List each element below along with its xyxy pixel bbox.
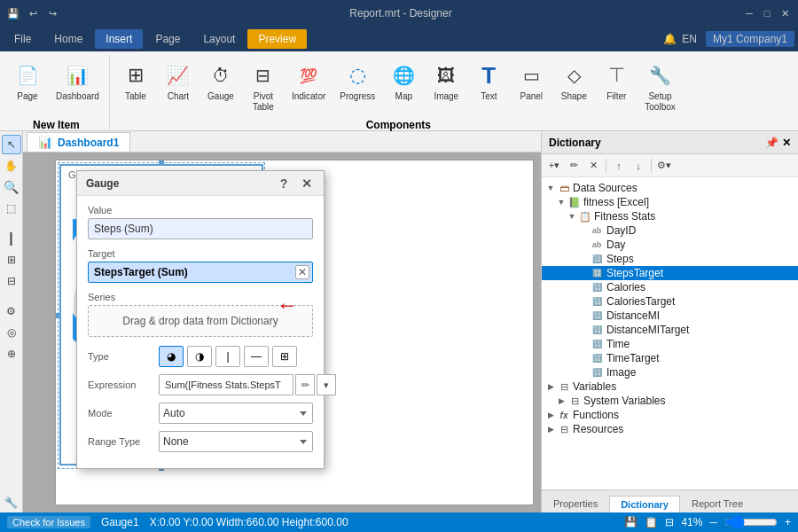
sidebar-tool-settings[interactable]: ⚙ <box>2 301 21 321</box>
ribbon-btn-table[interactable]: ⊞ Table <box>115 57 156 106</box>
canvas-tab-dashboard1[interactable]: 📊 Dashboard1 <box>27 132 130 152</box>
status-icon-1[interactable]: 💾 <box>624 516 638 528</box>
tree-item-steps-target[interactable]: ▶ 🔢 StepsTarget <box>542 266 798 280</box>
main-area: ↖ ✋ 🔍 ⬚ | ⊞ ⊟ ⚙ ◎ ⊕ 🔧 📊 Dashboard1 <box>0 131 798 512</box>
steps-icon: 🔢 <box>590 253 604 265</box>
dict-settings-button[interactable]: ⚙▾ <box>655 157 673 175</box>
series-drop-area[interactable]: Drag & drop data from Dictionary <box>88 305 313 337</box>
ribbon-btn-text[interactable]: T Text <box>468 57 509 106</box>
tree-item-calories[interactable]: ▶ 🔢 Calories <box>542 280 798 294</box>
target-input[interactable] <box>88 262 313 283</box>
ribbon-btn-map[interactable]: 🌐 Map <box>383 57 424 106</box>
sidebar-tool-ruler[interactable]: | <box>2 229 21 248</box>
tree-item-fitness-excel[interactable]: ▼ 📗 fitness [Excel] <box>542 195 798 209</box>
sidebar-tool-anchor[interactable]: ⊕ <box>2 344 21 364</box>
ribbon-btn-chart[interactable]: 📈 Chart <box>158 57 199 106</box>
ribbon-btn-indicator[interactable]: 💯 Indicator <box>286 57 332 106</box>
language-selector[interactable]: EN <box>682 33 697 45</box>
dictionary-header: Dictionary 📌 ✕ <box>542 131 798 154</box>
expression-dropdown-button[interactable]: ▾ <box>317 374 336 395</box>
gauge-dialog[interactable]: Gauge ? ✕ Value <box>76 170 325 469</box>
gauge-close-button[interactable]: ✕ <box>299 176 315 192</box>
check-issues-button[interactable]: Check for Issues <box>7 516 90 528</box>
ribbon-btn-panel[interactable]: ▭ Panel <box>511 57 552 106</box>
ribbon-btn-image[interactable]: 🖼 Image <box>426 57 466 106</box>
tree-item-time[interactable]: ▶ 🔢 Time <box>542 337 798 351</box>
menu-home[interactable]: Home <box>43 29 93 49</box>
type-btn-half-circle[interactable]: ◑ <box>187 346 212 367</box>
tree-item-distance-mi-target[interactable]: ▶ 🔢 DistanceMITarget <box>542 323 798 337</box>
ribbon-btn-pivot-table[interactable]: ⊟ PivotTable <box>243 57 284 117</box>
ribbon-btn-progress[interactable]: ◌ Progress <box>333 57 381 106</box>
target-clear-button[interactable]: ✕ <box>295 265 309 279</box>
ribbon-btn-setup-toolbox[interactable]: 🔧 SetupToolbox <box>638 57 681 117</box>
ribbon-btn-filter[interactable]: ⊤ Filter <box>596 57 637 106</box>
menu-page[interactable]: Page <box>145 29 191 49</box>
tab-report-tree[interactable]: Report Tree <box>680 495 755 512</box>
tree-item-variables[interactable]: ▶ ⊟ Variables <box>542 379 798 394</box>
tree-item-day[interactable]: ▶ ab Day <box>542 238 798 252</box>
menu-file[interactable]: File <box>4 29 42 49</box>
dict-edit-button[interactable]: ✏ <box>565 157 583 175</box>
ribbon-btn-dashboard[interactable]: 📊 Dashboard <box>50 57 106 106</box>
pin-icon[interactable]: 📌 <box>765 137 778 149</box>
tree-item-fitness-stats[interactable]: ▼ 📋 Fitness Stats <box>542 209 798 223</box>
ribbon-btn-shape[interactable]: ◇ Shape <box>553 57 594 106</box>
zoom-slider[interactable] <box>724 515 778 529</box>
dict-down-button[interactable]: ↓ <box>630 157 647 175</box>
redo-button[interactable]: ↪ <box>46 7 59 20</box>
tree-item-distance-mi[interactable]: ▶ 🔢 DistanceMI <box>542 309 798 323</box>
tree-item-calories-target[interactable]: ▶ 🔢 CaloriesTarget <box>542 294 798 309</box>
menu-preview[interactable]: Preview <box>247 29 307 49</box>
tree-item-resources[interactable]: ▶ ⊟ Resources <box>542 422 798 436</box>
mode-select[interactable]: Auto <box>159 403 313 424</box>
ribbon-btn-page[interactable]: 📄 Page <box>7 57 48 106</box>
status-icon-2[interactable]: 📋 <box>645 516 658 528</box>
tree-item-dayid[interactable]: ▶ ab DayID <box>542 223 798 238</box>
value-input[interactable] <box>88 218 313 239</box>
type-btn-horizontal[interactable]: — <box>244 346 269 367</box>
save-button[interactable]: 💾 <box>7 7 20 20</box>
sidebar-tool-pointer[interactable]: ↖ <box>2 135 21 154</box>
close-panel-button[interactable]: ✕ <box>782 137 791 149</box>
close-window-button[interactable]: ✕ <box>778 7 791 20</box>
sidebar-tool-magnifier[interactable]: ◎ <box>2 323 21 342</box>
tree-item-system-variables[interactable]: ▶ ⊟ System Variables <box>542 394 798 408</box>
tab-dictionary[interactable]: Dictionary <box>609 496 680 512</box>
canvas-area: 📊 Dashboard1 Gauge <box>23 131 541 512</box>
tab-properties[interactable]: Properties <box>542 495 609 512</box>
tree-item-image[interactable]: ▶ 🔢 Image <box>542 365 798 379</box>
expand-icon-sys-vars: ▶ <box>556 395 567 406</box>
tree-item-steps[interactable]: ▶ 🔢 Steps <box>542 252 798 266</box>
sidebar-tool-wrench[interactable]: 🔧 <box>2 493 21 512</box>
type-btn-grid[interactable]: ⊞ <box>272 346 297 367</box>
minimize-button[interactable]: ─ <box>743 7 755 20</box>
tree-item-data-sources[interactable]: ▼ 🗃 Data Sources <box>542 181 798 195</box>
status-icon-3[interactable]: ⊟ <box>665 516 674 528</box>
tree-item-time-target[interactable]: ▶ 🔢 TimeTarget <box>542 351 798 365</box>
sidebar-tool-grid[interactable]: ⊞ <box>2 250 21 270</box>
undo-button[interactable]: ↩ <box>27 7 39 20</box>
maximize-button[interactable]: □ <box>761 7 773 20</box>
gauge-help-button[interactable]: ? <box>276 176 292 192</box>
dict-up-button[interactable]: ↑ <box>610 157 628 175</box>
type-btn-vertical[interactable]: | <box>215 346 240 367</box>
zoom-in-button[interactable]: + <box>785 516 791 528</box>
expression-edit-button[interactable]: ✏ <box>295 374 315 395</box>
type-btn-circle[interactable]: ◕ <box>159 346 184 367</box>
sidebar-tool-layers[interactable]: ⊟ <box>2 271 21 291</box>
sidebar-tool-select[interactable]: ⬚ <box>2 199 21 218</box>
range-type-select[interactable]: None <box>159 431 313 452</box>
status-gauge-name: Gauge1 <box>101 516 139 528</box>
expression-input[interactable] <box>159 374 293 395</box>
tree-item-functions[interactable]: ▶ fx Functions <box>542 408 798 422</box>
zoom-out-button[interactable]: ─ <box>709 516 717 528</box>
ribbon-btn-gauge[interactable]: ⏱ Gauge <box>200 57 241 106</box>
menu-insert[interactable]: Insert <box>95 29 143 49</box>
dict-add-dropdown[interactable]: +▾ <box>545 157 563 175</box>
dict-delete-button[interactable]: ✕ <box>584 157 602 175</box>
sidebar-tool-zoom[interactable]: 🔍 <box>2 177 21 197</box>
menu-layout[interactable]: Layout <box>192 29 246 49</box>
canvas-content[interactable]: Gauge 1230 3500 <box>23 153 541 512</box>
sidebar-tool-hand[interactable]: ✋ <box>2 156 21 176</box>
